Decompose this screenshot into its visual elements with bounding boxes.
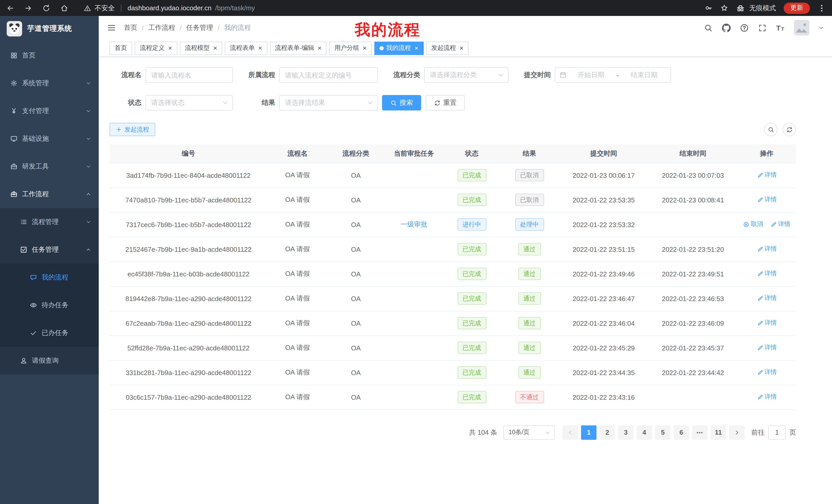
page-button-2[interactable]: 2 — [600, 425, 615, 440]
process-name-input[interactable] — [146, 67, 233, 83]
tab-start-process[interactable]: 发起流程× — [426, 41, 468, 55]
page-button-4[interactable]: 4 — [636, 425, 652, 440]
status-select[interactable]: 请选择状态 — [146, 95, 233, 110]
tab-my-process[interactable]: 我的流程× — [374, 41, 423, 55]
show-search-button[interactable] — [764, 123, 778, 136]
detail-action-link[interactable]: 详情 — [757, 294, 777, 303]
more-pages-button[interactable]: ••• — [692, 425, 707, 440]
reset-button-label: 重置 — [443, 98, 457, 107]
detail-action-link[interactable]: 详情 — [757, 319, 777, 328]
tab-close-icon[interactable]: × — [460, 45, 463, 51]
action-label: 详情 — [764, 195, 777, 204]
submit-time-range-picker[interactable]: 开始日期 - 结束日期 — [555, 67, 671, 83]
page-button-5[interactable]: 5 — [655, 425, 671, 440]
user-avatar[interactable] — [794, 20, 809, 35]
tab-close-icon[interactable]: × — [318, 45, 322, 51]
sidebar-item-workflow[interactable]: 工作流程 — [0, 180, 99, 208]
tab-close-icon[interactable]: × — [213, 45, 217, 51]
sidebar-toggle-icon[interactable] — [107, 23, 116, 32]
tab-home[interactable]: 首页 — [109, 41, 132, 55]
edit-icon — [770, 221, 777, 228]
page-size-select[interactable]: 10条/页 — [503, 425, 555, 440]
tab-user-group[interactable]: 用户分组× — [329, 41, 372, 55]
fullscreen-icon[interactable] — [758, 23, 767, 32]
app-logo[interactable]: 芋道管理系统 — [0, 16, 99, 41]
breadcrumb-item[interactable]: 首页 — [124, 23, 137, 32]
browser-menu-icon[interactable] — [817, 4, 826, 12]
browser-reload-icon[interactable] — [42, 4, 50, 12]
detail-action-link[interactable]: 详情 — [757, 368, 777, 377]
tab-process-form-edit[interactable]: 流程表单-编辑× — [270, 41, 327, 55]
process-table: 编号流程名流程分类当前审批任务状态结果提交时间结束时间操作 3ad174fb-7… — [109, 144, 796, 410]
tab-close-icon[interactable]: × — [168, 45, 172, 51]
sidebar-item-infrastructure[interactable]: 基础设施 — [0, 125, 99, 152]
detail-action-link[interactable]: 详情 — [757, 195, 777, 204]
breadcrumb-item[interactable]: 工作流程 — [148, 23, 175, 32]
prev-page-button[interactable] — [563, 425, 578, 440]
cancel-action-link[interactable]: 取消 — [743, 220, 763, 229]
grid-icon — [10, 52, 18, 59]
chevron-down-icon — [86, 81, 91, 86]
page-button-3[interactable]: 3 — [618, 425, 633, 440]
goto-page-input[interactable] — [768, 425, 786, 440]
detail-action-link[interactable]: 详情 — [757, 171, 777, 179]
cell-process-name: OA 请假 — [267, 237, 328, 261]
cell-result: 已取消 — [500, 163, 559, 188]
sidebar-item-task-management[interactable]: 任务管理 — [0, 236, 99, 263]
browser-back-icon[interactable] — [6, 4, 15, 12]
browser-home-icon[interactable] — [60, 4, 69, 12]
current-task-link[interactable]: 一级审批 — [400, 220, 427, 228]
cell-status: 已完成 — [444, 311, 500, 335]
help-icon[interactable] — [740, 23, 749, 32]
reset-button[interactable]: 重置 — [426, 95, 465, 110]
page-button-1[interactable]: 1 — [581, 425, 597, 440]
detail-action-link[interactable]: 详情 — [757, 270, 777, 278]
search-button[interactable]: 搜索 — [382, 95, 421, 110]
sidebar-item-label: 任务管理 — [32, 245, 59, 254]
detail-action-link[interactable]: 详情 — [757, 393, 777, 401]
tab-process-form[interactable]: 流程表单× — [225, 41, 267, 55]
sidebar-item-payment[interactable]: 支付管理 — [0, 97, 99, 125]
detail-action-link[interactable]: 详情 — [757, 245, 777, 254]
cell-current-task — [384, 163, 444, 188]
tab-close-icon[interactable]: × — [363, 45, 367, 51]
cell-current-task — [384, 311, 444, 335]
category-select[interactable]: 请选择流程分类 — [424, 67, 509, 83]
process-definition-input[interactable] — [279, 67, 378, 83]
address-bar[interactable]: 不安全 dashboard.yudao.iocoder.cn/bpm/task/… — [84, 3, 705, 12]
sidebar-item-home[interactable]: 首页 — [0, 41, 99, 69]
header-search-icon[interactable] — [704, 23, 713, 32]
sidebar-item-process-management[interactable]: 流程管理 — [0, 208, 99, 236]
breadcrumb-item[interactable]: 任务管理 — [186, 23, 213, 32]
tab-close-icon[interactable]: × — [258, 45, 262, 51]
app-title: 芋道管理系统 — [27, 24, 72, 33]
tab-label: 发起流程 — [431, 44, 456, 52]
font-size-icon[interactable]: TT — [776, 23, 785, 32]
sidebar-item-done-tasks[interactable]: 已办任务 — [0, 319, 99, 347]
start-process-button[interactable]: 发起流程 — [109, 123, 155, 136]
result-select[interactable]: 请选择流结果 — [279, 95, 378, 110]
sidebar-item-devtools[interactable]: 研发工具 — [0, 152, 99, 180]
tab-process-definition[interactable]: 流程定义× — [135, 41, 177, 55]
tab-process-model[interactable]: 流程模型× — [180, 41, 222, 55]
avatar-caret-icon[interactable] — [818, 25, 824, 30]
sidebar-item-todo-tasks[interactable]: 待办任务 — [0, 291, 99, 319]
sidebar-item-leave-query[interactable]: 请假查询 — [0, 347, 99, 374]
bookmark-star-icon[interactable] — [721, 4, 728, 12]
sidebar-item-system[interactable]: 系统管理 — [0, 69, 99, 97]
tab-close-icon[interactable]: × — [414, 45, 418, 51]
browser-forward-icon[interactable] — [24, 4, 32, 12]
github-icon[interactable] — [722, 23, 731, 32]
detail-action-link[interactable]: 详情 — [757, 343, 777, 352]
chrome-update-button[interactable]: 更新 — [784, 2, 810, 13]
sidebar-item-my-process[interactable]: 我的流程 — [0, 263, 99, 291]
password-key-icon[interactable] — [705, 4, 713, 12]
cell-submit-time: 2022-01-22 23:44:35 — [559, 360, 648, 385]
detail-action-link[interactable]: 详情 — [770, 220, 790, 229]
page-button-6[interactable]: 6 — [674, 425, 689, 440]
next-page-button[interactable] — [729, 425, 745, 440]
page-button-11[interactable]: 11 — [711, 425, 726, 440]
cell-status: 已完成 — [444, 261, 500, 286]
refresh-table-button[interactable] — [783, 123, 796, 136]
svg-text:T: T — [781, 26, 784, 31]
